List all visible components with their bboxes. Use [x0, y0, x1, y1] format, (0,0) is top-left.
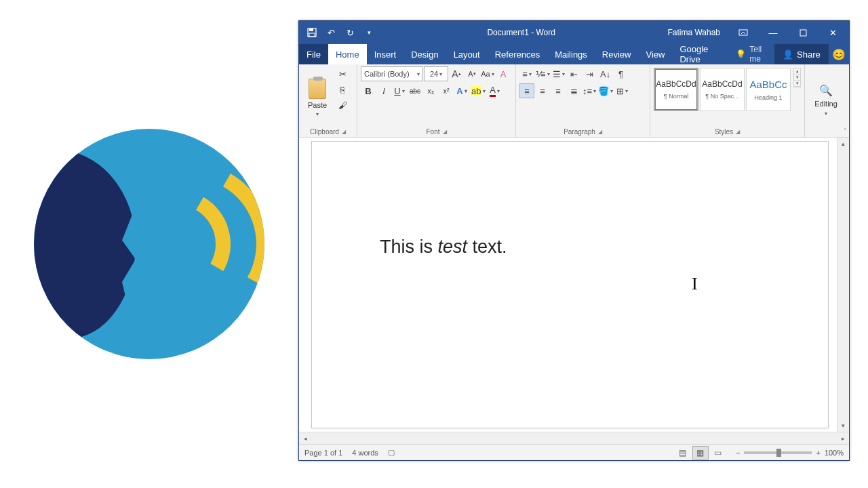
highlight-button[interactable]: ab▾ [470, 83, 486, 98]
svg-rect-4 [800, 30, 806, 36]
font-name-combo[interactable]: Calibri (Body)▾ [361, 66, 423, 81]
style-normal[interactable]: AaBbCcDd ¶ Normal [654, 68, 698, 111]
tab-mailings[interactable]: Mailings [547, 44, 595, 64]
align-right-button[interactable]: ≡ [551, 83, 566, 98]
paste-icon [309, 79, 326, 99]
align-left-button[interactable]: ≡ [519, 83, 534, 98]
styles-scroll[interactable]: ▴▾▾ [793, 68, 801, 87]
group-paragraph: ≡▾ ⅟≡▾ ☰▾ ⇤ ⇥ A↓ ¶ ≡ ≡ ≡ ≣ ↕≡▾ 🪣▾ [516, 64, 650, 137]
share-button[interactable]: 👤 Share [774, 44, 829, 64]
multilevel-button[interactable]: ☰▾ [551, 66, 566, 81]
underline-button[interactable]: U▾ [392, 83, 407, 98]
tell-me-search[interactable]: 💡 Tell me [730, 44, 774, 64]
tab-design[interactable]: Design [403, 44, 446, 64]
tab-references[interactable]: References [488, 44, 547, 64]
justify-button[interactable]: ≣ [566, 83, 581, 98]
scroll-down-icon[interactable]: ▾ [837, 420, 849, 432]
increase-indent-button[interactable]: ⇥ [583, 66, 597, 81]
close-button[interactable]: ✕ [819, 21, 846, 44]
share-icon: 👤 [783, 49, 793, 60]
line-spacing-button[interactable]: ↕≡▾ [582, 83, 597, 98]
superscript-button[interactable]: x² [439, 83, 454, 98]
minimize-button[interactable]: — [760, 21, 787, 44]
word-window: ↶ ↻ ▾ Document1 - Word Fatima Wahab — ✕ … [298, 20, 850, 461]
scroll-left-icon[interactable]: ◂ [299, 435, 311, 442]
font-color-button[interactable]: A▾ [487, 83, 502, 98]
subscript-button[interactable]: x₂ [423, 83, 438, 98]
status-bar: Page 1 of 1 4 words ▢ ▤ ▦ ▭ − + 100% [299, 444, 849, 460]
redo-button[interactable]: ↻ [341, 24, 359, 41]
format-painter-button[interactable]: 🖌 [335, 98, 350, 113]
font-launcher[interactable]: ◢ [443, 129, 447, 135]
read-mode-view[interactable]: ▤ [675, 446, 691, 460]
lightbulb-icon: 💡 [736, 49, 746, 59]
ribbon-tabs: File Home Insert Design Layout Reference… [299, 44, 849, 64]
qat-customize[interactable]: ▾ [360, 24, 378, 41]
copy-button[interactable]: ⎘ [335, 82, 350, 97]
horizontal-scrollbar[interactable]: ◂ ▸ [299, 432, 849, 444]
grow-font-button[interactable]: A▴ [449, 66, 464, 81]
zoom-slider[interactable] [744, 451, 812, 454]
group-styles: AaBbCcDd ¶ Normal AaBbCcDd ¶ No Spac... … [650, 64, 805, 137]
zoom-out-button[interactable]: − [736, 449, 740, 457]
align-center-button[interactable]: ≡ [535, 83, 550, 98]
shrink-font-button[interactable]: A▾ [465, 66, 479, 81]
scroll-up-icon[interactable]: ▴ [837, 138, 849, 150]
maximize-button[interactable] [789, 21, 816, 44]
styles-launcher[interactable]: ◢ [736, 129, 740, 135]
feedback-smiley-icon[interactable]: 😊 [829, 44, 849, 64]
proofing-icon[interactable]: ▢ [388, 448, 395, 457]
vertical-scrollbar[interactable]: ▴ ▾ [837, 138, 849, 432]
bold-button[interactable]: B [361, 83, 376, 98]
text-effects-button[interactable]: A▾ [454, 83, 469, 98]
change-case-button[interactable]: Aa▾ [480, 66, 495, 81]
tab-view[interactable]: View [638, 44, 672, 64]
zoom-in-button[interactable]: + [816, 449, 820, 457]
save-button[interactable] [303, 24, 321, 41]
paragraph-launcher[interactable]: ◢ [598, 129, 602, 135]
titlebar: ↶ ↻ ▾ Document1 - Word Fatima Wahab — ✕ [299, 21, 849, 44]
web-layout-view[interactable]: ▭ [710, 446, 726, 460]
clear-formatting-button[interactable]: A [496, 66, 511, 81]
collapse-ribbon-icon[interactable]: ˆ [844, 128, 846, 136]
word-count[interactable]: 4 words [352, 449, 378, 457]
speech-logo [0, 0, 298, 488]
borders-button[interactable]: ⊞▾ [614, 83, 629, 98]
numbering-button[interactable]: ⅟≡▾ [535, 66, 551, 81]
tab-layout[interactable]: Layout [446, 44, 488, 64]
decrease-indent-button[interactable]: ⇤ [567, 66, 582, 81]
style-no-spacing[interactable]: AaBbCcDd ¶ No Spac... [700, 68, 745, 111]
clipboard-launcher[interactable]: ◢ [342, 129, 346, 135]
ribbon-options-icon[interactable] [730, 21, 757, 44]
zoom-level[interactable]: 100% [825, 449, 844, 457]
group-editing: 🔍 Editing ▾ [805, 64, 847, 137]
strikethrough-button[interactable]: abc [408, 83, 422, 98]
document-text[interactable]: This is test text. [380, 237, 507, 258]
sort-button[interactable]: A↓ [598, 66, 613, 81]
document-area[interactable]: This is test text. I ▴ ▾ [299, 138, 849, 432]
find-icon[interactable]: 🔍 [819, 84, 833, 97]
cut-button[interactable]: ✂ [335, 66, 350, 81]
tab-home[interactable]: Home [328, 44, 367, 64]
show-marks-button[interactable]: ¶ [614, 66, 629, 81]
style-heading1[interactable]: AaBbCc Heading 1 [746, 68, 791, 111]
print-layout-view[interactable]: ▦ [692, 446, 709, 460]
undo-button[interactable]: ↶ [322, 24, 340, 41]
ribbon: Paste ▾ ✂ ⎘ 🖌 Clipboard ◢ Calibri (Body)… [299, 64, 849, 138]
svg-rect-3 [739, 30, 747, 35]
tab-insert[interactable]: Insert [367, 44, 404, 64]
svg-rect-2 [309, 33, 315, 37]
shading-button[interactable]: 🪣▾ [597, 83, 614, 98]
page-indicator[interactable]: Page 1 of 1 [304, 449, 342, 457]
user-name[interactable]: Fatima Wahab [660, 28, 727, 37]
page[interactable]: This is test text. I [311, 141, 829, 428]
font-size-combo[interactable]: 24▾ [424, 66, 448, 81]
scroll-right-icon[interactable]: ▸ [837, 435, 849, 442]
tab-file[interactable]: File [299, 44, 328, 64]
paste-button[interactable]: Paste ▾ [302, 66, 332, 126]
tab-google-drive[interactable]: Google Drive [672, 44, 730, 64]
tab-review[interactable]: Review [595, 44, 639, 64]
bullets-button[interactable]: ≡▾ [519, 66, 534, 81]
brush-icon: 🖌 [338, 100, 347, 110]
italic-button[interactable]: I [376, 83, 391, 98]
